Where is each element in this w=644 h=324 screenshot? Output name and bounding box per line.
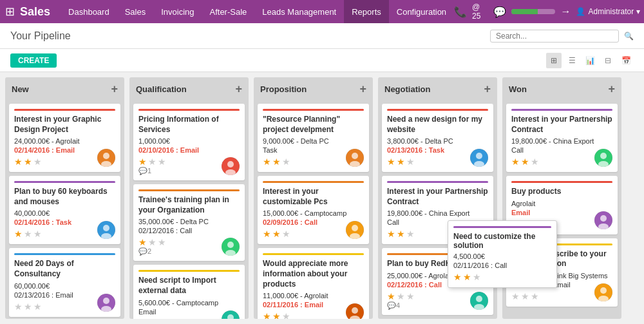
search-icon[interactable]: 🔍 — [624, 32, 634, 41]
kanban-card[interactable]: Interest in your Partnership Contract 19… — [506, 104, 618, 172]
col-header-negotiation: Negotiation + — [378, 77, 497, 101]
chat-icon[interactable]: 💬 — [493, 6, 506, 18]
nav-configuration[interactable]: Configuration — [389, 0, 454, 23]
login-icon[interactable]: → — [560, 6, 571, 17]
apps-icon[interactable]: ⊞ — [5, 5, 15, 19]
star-3[interactable]: ★ — [406, 157, 415, 167]
brand-name: Sales — [20, 5, 50, 19]
grid-view-icon[interactable]: ⊟ — [600, 53, 616, 68]
nav-leads[interactable]: Leads Management — [254, 0, 344, 23]
list-view-icon[interactable]: ☰ — [564, 53, 580, 68]
star-2[interactable]: ★ — [272, 229, 281, 239]
star-3[interactable]: ★ — [33, 229, 42, 239]
star-1[interactable]: ★ — [263, 311, 271, 319]
star-1[interactable]: ★ — [263, 229, 271, 239]
chart-view-icon[interactable]: 📊 — [582, 53, 598, 68]
star-1[interactable]: ★ — [14, 301, 23, 312]
col-cards-qualification: Pricing Information of Services 1,000.00… — [129, 101, 249, 319]
tooltip-stars: ★ ★ ★ — [453, 272, 551, 282]
star-1[interactable]: ★ — [138, 318, 147, 319]
nav-sales[interactable]: Sales — [117, 0, 154, 23]
svg-point-1 — [103, 153, 109, 159]
star-1[interactable]: ★ — [387, 229, 395, 239]
star-2[interactable]: ★ — [24, 157, 32, 167]
card-top-bar — [511, 109, 612, 111]
star-3[interactable]: ★ — [33, 301, 42, 312]
col-add-qualification[interactable]: + — [235, 82, 242, 96]
chevron-down-icon: ▾ — [636, 7, 640, 16]
nav-aftersale[interactable]: After-Sale — [202, 0, 255, 23]
card-amount: 11,000.00€ - Agrolait — [263, 292, 364, 300]
star-2[interactable]: ★ — [148, 157, 156, 167]
card-top-bar — [263, 109, 364, 111]
star-2[interactable]: ★ — [397, 291, 405, 301]
nav-dashboard[interactable]: Dashboard — [61, 0, 117, 23]
star-1[interactable]: ★ — [138, 157, 147, 167]
card-top-bar — [511, 181, 612, 183]
kanban-card[interactable]: Trainee's training plan in your Organiza… — [133, 184, 245, 261]
star-2[interactable]: ★ — [272, 157, 281, 167]
card-amount: 60,000.00€ — [14, 282, 115, 290]
star-2[interactable]: ★ — [397, 229, 405, 239]
kanban-card[interactable]: Interest in your Graphic Design Project … — [9, 104, 120, 172]
star-3[interactable]: ★ — [158, 318, 166, 319]
star-3[interactable]: ★ — [531, 291, 539, 301]
kanban-card[interactable]: "Resource Planning" project develpment 9… — [258, 104, 369, 172]
nav-reports[interactable]: Reports — [344, 0, 389, 23]
col-add-won[interactable]: + — [608, 82, 615, 96]
star-1[interactable]: ★ — [263, 157, 271, 167]
card-top-bar — [138, 189, 240, 191]
kanban-card[interactable]: Pricing Information of Services 1,000.00… — [133, 104, 245, 180]
card-top-bar — [138, 270, 240, 272]
star-1[interactable]: ★ — [138, 237, 147, 247]
star-2[interactable]: ★ — [521, 291, 529, 301]
kanban-card[interactable]: Interest in your customizable Pcs 15,000… — [258, 176, 369, 244]
star-2[interactable]: ★ — [521, 157, 529, 167]
col-cards-new: Interest in your Graphic Design Project … — [5, 101, 124, 319]
star-3[interactable]: ★ — [531, 157, 539, 167]
nav-invoicing[interactable]: Invoicing — [153, 0, 202, 23]
card-amount: 19,800.00€ - China Export — [387, 209, 488, 217]
star-2[interactable]: ★ — [148, 318, 156, 319]
card-avatar — [594, 283, 612, 301]
star-3[interactable]: ★ — [282, 229, 290, 239]
star-3[interactable]: ★ — [282, 311, 290, 319]
star-2[interactable]: ★ — [148, 237, 156, 247]
at-badge[interactable]: @ 25 — [472, 3, 488, 21]
star-3[interactable]: ★ — [33, 157, 42, 167]
toolbar: CREATE ⊞ ☰ 📊 ⊟ 📅 — [0, 49, 644, 72]
progress-bar-container — [511, 9, 556, 14]
star-3[interactable]: ★ — [158, 237, 166, 247]
calendar-view-icon[interactable]: 📅 — [618, 53, 634, 68]
col-add-new[interactable]: + — [111, 82, 118, 96]
star-1[interactable]: ★ — [14, 229, 23, 239]
card-top-bar — [387, 109, 488, 111]
star-3[interactable]: ★ — [406, 229, 415, 239]
star-1[interactable]: ★ — [387, 291, 395, 301]
col-add-negotiation[interactable]: + — [484, 82, 491, 96]
star-2[interactable]: ★ — [397, 157, 405, 167]
star-2[interactable]: ★ — [272, 311, 281, 319]
user-menu[interactable]: 👤 Administrator ▾ — [576, 7, 640, 16]
kanban-view-icon[interactable]: ⊞ — [546, 53, 562, 68]
col-add-proposition[interactable]: + — [359, 82, 366, 96]
star-3[interactable]: ★ — [282, 157, 290, 167]
star-3[interactable]: ★ — [406, 291, 415, 301]
card-avatar — [594, 211, 612, 229]
star-1[interactable]: ★ — [511, 291, 520, 301]
star-1[interactable]: ★ — [511, 157, 520, 167]
kanban-card[interactable]: Plan to buy 60 keyboards and mouses 40,0… — [9, 176, 120, 244]
star-1[interactable]: ★ — [14, 157, 23, 167]
kanban-card[interactable]: Need a new design for my website 3,800.0… — [382, 104, 493, 172]
star-3[interactable]: ★ — [158, 157, 166, 167]
kanban-card[interactable]: Would appreciate more information about … — [258, 248, 369, 319]
svg-point-7 — [103, 298, 109, 304]
create-button[interactable]: CREATE — [10, 53, 57, 68]
star-2[interactable]: ★ — [24, 229, 32, 239]
kanban-card[interactable]: Need script to Import external data 5,60… — [133, 265, 245, 319]
kanban-card[interactable]: Need 20 Days of Consultancy 60,000.00€ 0… — [9, 248, 120, 316]
star-2[interactable]: ★ — [24, 301, 32, 312]
phone-icon[interactable]: 📞 — [454, 6, 467, 18]
search-input[interactable] — [496, 32, 613, 41]
star-1[interactable]: ★ — [387, 157, 395, 167]
